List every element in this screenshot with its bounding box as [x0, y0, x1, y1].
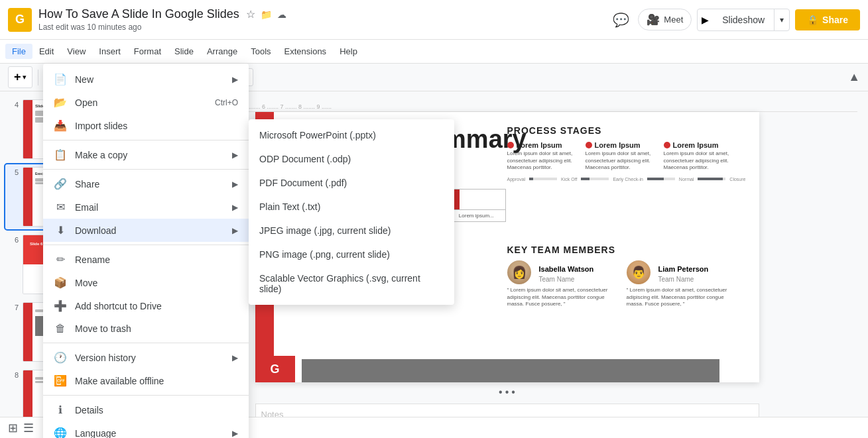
open-shortcut: Ctrl+O [215, 98, 238, 107]
process-timeline: Approval Kick Off Early Check-in Normal … [507, 177, 746, 182]
language-icon: 🌐 [54, 427, 67, 438]
slideshow-label: Slideshow [713, 9, 775, 30]
menu-format[interactable]: Format [127, 44, 168, 59]
member-1-header: 👩 Isabella Watson Team Name [507, 260, 613, 284]
slideshow-dropdown-icon[interactable]: ▾ [775, 10, 789, 30]
fm-rename[interactable]: ✏ Rename [43, 248, 249, 271]
fm-offline[interactable]: 📴 Make available offline [43, 369, 249, 392]
fm-version-history[interactable]: 🕐 Version history ▶ [43, 346, 249, 369]
add-slide-button[interactable]: + ▾ [8, 66, 32, 88]
plus-icon: + [14, 70, 21, 84]
fm-version-history-label: Version history [75, 353, 224, 363]
fm-download[interactable]: ⬇ Download ▶ [43, 219, 249, 242]
download-pdf[interactable]: PDF Document (.pdf) [249, 171, 454, 195]
menu-extensions[interactable]: Extensions [278, 44, 334, 59]
version-arrow-icon: ▶ [232, 353, 238, 362]
offline-icon: 📴 [54, 374, 67, 387]
download-txt-label: Plain Text (.txt) [259, 201, 320, 212]
member-1-avatar: 👩 [507, 260, 531, 284]
process-item-3-text: Lorem ipsum dolor sit amet, consectetuer… [664, 150, 737, 171]
make-copy-arrow-icon: ▶ [232, 150, 238, 160]
process-item-3: Lorem Ipsum Lorem ipsum dolor sit amet, … [664, 141, 737, 171]
download-jpeg[interactable]: JPEG image (.jpg, current slide) [249, 219, 454, 243]
bottom-g-letter: G [270, 362, 279, 376]
fm-trash-label: Move to trash [75, 323, 238, 334]
fm-email[interactable]: ✉ Email ▶ [43, 195, 249, 219]
process-item-1-title: Lorem Ipsum [507, 141, 580, 149]
folder-icon[interactable]: 📁 [261, 9, 272, 20]
share-menu-icon: 🔗 [54, 178, 67, 190]
fm-import-label: Import slides [75, 121, 238, 131]
member-2-header: 👨 Liam Peterson Team Name [627, 260, 733, 284]
fm-trash[interactable]: 🗑 Move to trash [43, 317, 249, 340]
process-stages: PROCESS STAGES Lorem Ipsum Lorem ipsum d… [507, 125, 746, 181]
fm-open[interactable]: 📂 Open Ctrl+O [43, 91, 249, 114]
rename-icon: ✏ [54, 253, 67, 266]
download-pptx-label: Microsoft PowerPoint (.pptx) [259, 130, 376, 140]
download-odp[interactable]: ODP Document (.odp) [249, 147, 454, 171]
doc-title: How To Save A Slide In Google Slides [38, 7, 239, 21]
app-icon: G [8, 8, 32, 32]
menu-view[interactable]: View [60, 44, 92, 59]
download-png[interactable]: PNG image (.png, current slide) [249, 243, 454, 266]
new-arrow-icon: ▶ [232, 75, 238, 84]
next-slide-icon[interactable]: • [511, 386, 515, 398]
fm-download-label: Download [75, 225, 224, 236]
download-svg[interactable]: Scalable Vector Graphics (.svg, current … [249, 266, 454, 301]
menu-tools[interactable]: Tools [244, 44, 277, 59]
menu-edit[interactable]: Edit [32, 44, 60, 59]
fm-sep-5 [43, 395, 249, 396]
file-menu: 📄 New ▶ 📂 Open Ctrl+O 📥 Import slides 📋 … [43, 64, 249, 438]
prev-slide-icon[interactable]: • [499, 386, 503, 398]
grid-view-button[interactable]: ⊞ [8, 421, 18, 435]
title-row: How To Save A Slide In Google Slides ☆ 📁… [38, 7, 609, 21]
fm-import[interactable]: 📥 Import slides [43, 114, 249, 137]
process-item-1-text: Lorem ipsum dolor sit amet, consectetuer… [507, 150, 580, 171]
fm-new-label: New [75, 74, 224, 85]
fm-details[interactable]: ℹ Details [43, 398, 249, 421]
email-arrow-icon: ▶ [232, 203, 238, 212]
process-item-3-title: Lorem Ipsum [664, 141, 737, 149]
collapse-toolbar-button[interactable]: ▲ [848, 70, 860, 84]
list-view-button[interactable]: ☰ [23, 421, 34, 435]
fm-email-label: Email [75, 202, 224, 213]
download-txt[interactable]: Plain Text (.txt) [249, 195, 454, 219]
download-arrow-icon: ▶ [232, 226, 238, 235]
toolbar-separator [38, 70, 38, 85]
download-odp-label: ODP Document (.odp) [259, 154, 351, 164]
share-button[interactable]: 🔒 Share [795, 9, 860, 30]
share-arrow-icon: ▶ [232, 180, 238, 189]
process-stages-title: PROCESS STAGES [507, 125, 746, 136]
menu-slide[interactable]: Slide [168, 44, 200, 59]
cloud-icon[interactable]: ☁ [277, 9, 286, 20]
fm-share[interactable]: 🔗 Share ▶ [43, 172, 249, 195]
slideshow-button[interactable]: ▶ Slideshow ▾ [697, 9, 790, 31]
fm-add-shortcut-label: Add shortcut to Drive [75, 301, 238, 311]
meet-button[interactable]: 🎥 Meet [638, 9, 692, 30]
download-pptx[interactable]: Microsoft PowerPoint (.pptx) [249, 123, 454, 147]
member-1-role: Team Name [539, 276, 594, 283]
star-icon[interactable]: ☆ [246, 8, 255, 21]
fm-language[interactable]: 🌐 Language ▶ [43, 421, 249, 438]
title-area: How To Save A Slide In Google Slides ☆ 📁… [38, 7, 609, 32]
download-svg-label: Scalable Vector Graphics (.svg, current … [259, 273, 444, 294]
menu-arrange[interactable]: Arrange [200, 44, 244, 59]
process-item-2: Lorem Ipsum Lorem ipsum dolor sit amet, … [586, 141, 658, 171]
fm-make-copy[interactable]: 📋 Make a copy ▶ [43, 143, 249, 166]
key-team-title: KEY TEAM MEMBERS [507, 245, 746, 255]
bottom-red-box: G [255, 356, 295, 382]
fm-add-shortcut[interactable]: ➕ Add shortcut to Drive [43, 294, 249, 317]
menu-file[interactable]: File [5, 44, 32, 59]
fm-move[interactable]: 📦 Move [43, 271, 249, 294]
last-edited: Last edit was 10 minutes ago [38, 23, 609, 32]
lock-icon: 🔒 [807, 15, 818, 25]
member-2-role: Team Name [658, 276, 709, 283]
fm-new[interactable]: 📄 New ▶ [43, 68, 249, 91]
add-dropdown-icon[interactable]: ▾ [23, 73, 27, 82]
key-team: KEY TEAM MEMBERS 👩 Isabella Watson Team … [507, 245, 746, 307]
comments-button[interactable]: 💬 [609, 8, 633, 32]
center-dot[interactable]: • [505, 386, 509, 398]
slideshow-present-icon: ▶ [698, 9, 713, 30]
menu-insert[interactable]: Insert [92, 44, 127, 59]
menu-help[interactable]: Help [333, 44, 364, 59]
